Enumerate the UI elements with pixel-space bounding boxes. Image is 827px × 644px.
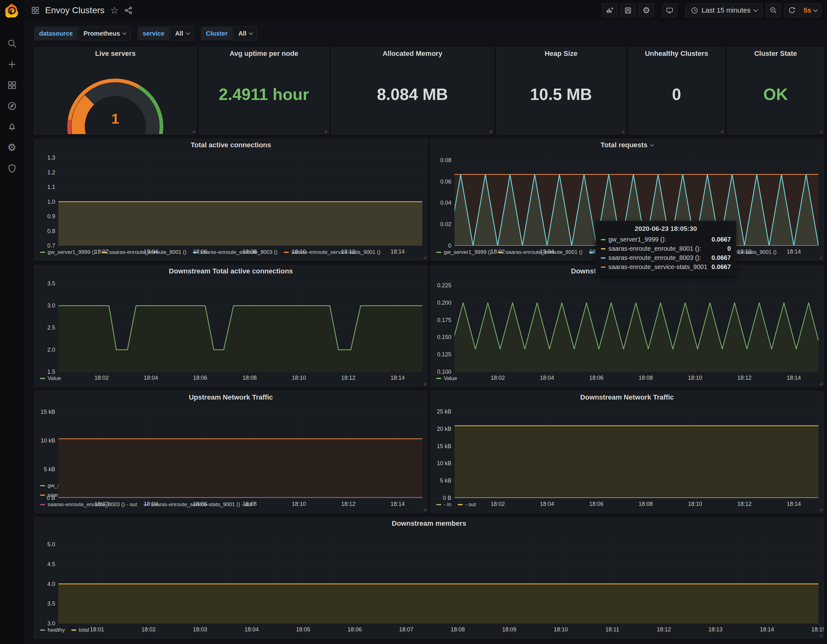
star-icon[interactable]: ☆ xyxy=(110,6,119,14)
variable-value-dropdown[interactable]: All xyxy=(234,27,257,41)
svg-text:18:02: 18:02 xyxy=(490,375,505,381)
variable-value-dropdown[interactable]: All xyxy=(170,27,194,41)
chart-plot[interactable]: 18:0218:0418:0618:0818:1018:1218:140.70.… xyxy=(34,151,428,247)
search-icon[interactable] xyxy=(7,39,17,48)
explore-compass-icon[interactable] xyxy=(7,101,17,111)
chart-plot[interactable]: 18:0218:0418:0618:0818:1018:1218:141.52.… xyxy=(34,277,428,373)
variable-label: datasource xyxy=(34,27,78,41)
svg-text:0.150: 0.150 xyxy=(437,334,451,340)
tooltip-series-row: saaras-enroute_service-stats_9001 ():0.0… xyxy=(601,262,731,271)
svg-text:1.5: 1.5 xyxy=(47,369,55,375)
panel-resize-handle[interactable] xyxy=(423,256,426,259)
svg-text:1.3: 1.3 xyxy=(47,154,55,161)
configuration-gear-icon[interactable]: ⚙ xyxy=(7,143,17,152)
panel-total-active-connections: Total active connections 18:0218:0418:06… xyxy=(34,139,428,260)
svg-text:18:11: 18:11 xyxy=(605,626,619,633)
svg-text:18:14: 18:14 xyxy=(390,248,405,255)
variable-value-dropdown[interactable]: Prometheus xyxy=(79,27,131,41)
refresh-interval-select[interactable]: 5s xyxy=(800,4,821,17)
panel-title[interactable]: Allocated Memory xyxy=(331,48,493,59)
svg-text:0.04: 0.04 xyxy=(440,200,451,206)
chart-plot[interactable]: 18:0118:0218:0318:0418:0518:0618:0718:08… xyxy=(34,530,824,625)
template-variables: datasource Prometheus service All Cluste… xyxy=(34,27,824,41)
add-plus-icon[interactable] xyxy=(7,59,17,69)
panel-title[interactable]: Upstream Network Traffic xyxy=(34,391,428,403)
grafana-logo-icon[interactable] xyxy=(4,3,20,19)
panel-title[interactable]: Heap Size xyxy=(496,48,626,59)
panel-resize-handle[interactable] xyxy=(720,129,723,133)
refresh-button[interactable] xyxy=(785,4,800,17)
panel-title[interactable]: Avg uptime per node xyxy=(199,48,328,59)
panel-title[interactable]: Total requests xyxy=(431,139,824,151)
svg-text:18:08: 18:08 xyxy=(243,501,257,507)
dashboard-canvas: datasource Prometheus service All Cluste… xyxy=(23,21,827,644)
add-panel-button[interactable] xyxy=(602,3,617,17)
dashboards-grid-icon[interactable] xyxy=(7,80,17,90)
svg-text:18:08: 18:08 xyxy=(243,375,257,381)
svg-text:18:14: 18:14 xyxy=(786,501,801,507)
svg-text:18:12: 18:12 xyxy=(657,626,671,633)
tooltip-series-row: gw_server1_9999 ():0.0667 xyxy=(601,235,731,244)
server-admin-shield-icon[interactable] xyxy=(7,164,17,173)
panel-title[interactable]: Cluster State xyxy=(728,48,824,59)
panel-title[interactable]: Total active connections xyxy=(34,139,428,151)
dashboard-squares-icon[interactable] xyxy=(31,6,39,14)
stat-value: OK xyxy=(728,59,824,134)
panel-title[interactable]: Live servers xyxy=(34,48,196,59)
alerting-bell-icon[interactable] xyxy=(7,122,17,131)
svg-text:5.0: 5.0 xyxy=(47,541,55,547)
svg-text:18:02: 18:02 xyxy=(94,501,109,507)
svg-text:0.06: 0.06 xyxy=(440,178,451,185)
svg-text:18:06: 18:06 xyxy=(193,501,207,507)
panel-resize-handle[interactable] xyxy=(423,508,426,511)
svg-text:18:12: 18:12 xyxy=(737,375,752,381)
chart-plot[interactable]: 18:0218:0418:0618:0818:1018:1218:140 B5 … xyxy=(431,403,824,499)
dashboard-title[interactable]: Envoy Clusters xyxy=(45,5,105,16)
svg-text:18:14: 18:14 xyxy=(390,375,405,381)
svg-text:18:12: 18:12 xyxy=(737,248,752,255)
panel-resize-handle[interactable] xyxy=(819,508,822,511)
panel-resize-handle[interactable] xyxy=(819,382,822,385)
panel-resize-handle[interactable] xyxy=(621,129,624,133)
chart-plot[interactable]: 18:0218:0418:0618:0818:1018:1218:140.100… xyxy=(431,277,824,373)
svg-text:18:04: 18:04 xyxy=(144,375,158,381)
panel-resize-handle[interactable] xyxy=(192,129,195,133)
share-icon[interactable] xyxy=(124,6,133,14)
zoom-out-time-button[interactable] xyxy=(766,3,781,17)
chevron-down-icon xyxy=(249,31,253,35)
svg-text:3.0: 3.0 xyxy=(47,303,55,309)
save-dashboard-button[interactable] xyxy=(620,3,635,17)
panel-resize-handle[interactable] xyxy=(819,129,822,133)
time-range-picker[interactable]: Last 15 minutes xyxy=(685,3,762,17)
svg-text:18:14: 18:14 xyxy=(390,501,405,507)
panel-title[interactable]: Unhealthy Clusters xyxy=(629,48,724,59)
svg-text:4.0: 4.0 xyxy=(47,581,55,587)
svg-text:18:12: 18:12 xyxy=(341,375,356,381)
sidebar: ⚙ xyxy=(0,0,23,644)
chevron-down-icon xyxy=(753,7,758,12)
svg-text:1.0: 1.0 xyxy=(47,199,55,205)
panel-title[interactable]: Downstream members xyxy=(34,518,824,530)
clock-icon xyxy=(691,6,698,14)
chart-plot[interactable]: 18:0218:0418:0618:0818:1018:1218:140 B5 … xyxy=(34,403,428,480)
panel-title[interactable]: Downstream Network Traffic xyxy=(431,391,824,403)
panel-resize-handle[interactable] xyxy=(324,129,327,133)
panel-title[interactable]: Downstream Total active connections xyxy=(34,265,428,277)
stat-value: 2.4911 hour xyxy=(199,59,328,134)
panel-resize-handle[interactable] xyxy=(423,382,426,385)
svg-text:10 kB: 10 kB xyxy=(437,460,451,466)
svg-text:10 kB: 10 kB xyxy=(41,437,55,444)
svg-text:18:04: 18:04 xyxy=(540,248,554,255)
svg-text:18:10: 18:10 xyxy=(554,626,568,633)
panel-resize-handle[interactable] xyxy=(819,256,822,259)
panel-resize-handle[interactable] xyxy=(489,129,492,133)
svg-text:3.0: 3.0 xyxy=(47,621,55,627)
tooltip-series-row: saaras-enroute_enroute_8003 ():0.0667 xyxy=(601,253,731,262)
dashboard-settings-button[interactable]: ⚙ xyxy=(639,3,654,17)
grafana-dashboard: { "nav": { "title": "Envoy Clusters", "t… xyxy=(0,0,827,644)
tooltip-timestamp: 2020-06-23 18:05:30 xyxy=(601,225,731,232)
stat-panel-heap-size: Heap Size 10.5 MB xyxy=(496,47,626,134)
svg-text:2.5: 2.5 xyxy=(47,324,55,331)
panel-resize-handle[interactable] xyxy=(819,634,822,637)
cycle-view-mode-button[interactable] xyxy=(662,3,677,17)
